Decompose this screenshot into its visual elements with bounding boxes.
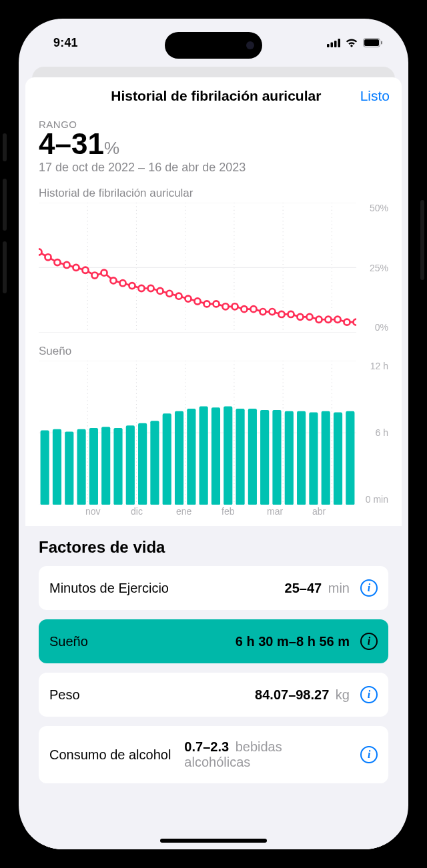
svg-rect-64 [89, 428, 98, 505]
svg-rect-1 [331, 42, 334, 47]
x-axis-labels: novdicenefebmarabr [39, 506, 388, 517]
afib-chart-title: Historial de fibrilación auricular [39, 187, 388, 200]
svg-rect-75 [224, 406, 232, 505]
svg-rect-85 [346, 411, 354, 505]
svg-rect-71 [175, 411, 183, 505]
svg-point-31 [175, 293, 181, 299]
factor-value: 6 h 30 m–8 h 56 m [236, 634, 350, 649]
info-icon[interactable]: i [360, 686, 378, 703]
svg-rect-65 [101, 427, 110, 505]
svg-point-29 [157, 288, 163, 294]
svg-point-37 [232, 303, 238, 309]
svg-rect-62 [65, 431, 73, 505]
svg-rect-66 [113, 428, 122, 505]
svg-point-48 [334, 317, 340, 323]
factor-value-wrap: 84.07–98.27 kg [255, 687, 350, 703]
factor-value: 0.7–2.3 [184, 739, 229, 754]
range-number: 4–31 [39, 127, 104, 160]
svg-point-43 [288, 311, 294, 317]
svg-point-16 [39, 249, 42, 255]
factor-value-wrap: 0.7–2.3 bebidas alcohólicas [184, 739, 350, 770]
svg-point-49 [344, 319, 350, 325]
factor-card-3[interactable]: Consumo de alcohol 0.7–2.3 bebidas alcoh… [39, 726, 388, 783]
svg-point-28 [147, 285, 153, 291]
dynamic-island [165, 32, 262, 59]
svg-rect-84 [334, 412, 342, 505]
factor-card-1[interactable]: Sueño 6 h 30 m–8 h 56 m i [39, 619, 388, 663]
svg-rect-2 [334, 41, 337, 47]
svg-point-46 [316, 317, 322, 323]
info-icon[interactable]: i [360, 579, 378, 597]
svg-rect-78 [260, 410, 269, 505]
svg-point-44 [297, 314, 303, 320]
life-factors-heading: Factores de vida [39, 538, 388, 557]
svg-rect-74 [211, 407, 220, 505]
svg-rect-76 [236, 409, 244, 505]
svg-point-19 [63, 262, 69, 268]
svg-rect-83 [322, 411, 330, 505]
factor-value-wrap: 25–47 min [285, 581, 350, 596]
svg-rect-69 [150, 421, 159, 505]
factor-value-wrap: 6 h 30 m–8 h 56 m [236, 634, 350, 649]
factor-unit: min [324, 581, 350, 595]
svg-point-18 [54, 259, 60, 265]
factor-name: Consumo de alcohol [49, 747, 171, 763]
svg-rect-61 [53, 429, 61, 505]
svg-point-22 [91, 273, 97, 279]
svg-rect-5 [364, 39, 379, 46]
svg-point-32 [185, 296, 191, 302]
range-unit: % [104, 138, 119, 158]
afib-y-axis: 50%25%0% [356, 203, 388, 333]
afib-chart[interactable]: Historial de fibrilación auricular 50%25… [39, 187, 388, 333]
factor-name: Peso [49, 687, 80, 703]
svg-point-39 [250, 306, 256, 312]
svg-point-33 [194, 299, 200, 305]
factor-name: Sueño [49, 634, 88, 649]
svg-rect-82 [309, 412, 318, 505]
date-range: 17 de oct de 2022 – 16 de abr de 2023 [39, 161, 388, 175]
svg-point-35 [213, 301, 219, 307]
svg-point-41 [269, 309, 275, 315]
nav-bar: Historial de fibrilación auricular Listo [25, 77, 402, 111]
wifi-icon [345, 38, 358, 47]
svg-point-23 [101, 270, 107, 276]
svg-rect-67 [126, 425, 135, 505]
svg-point-21 [82, 267, 88, 273]
page-title: Historial de fibrilación auricular [77, 88, 355, 104]
svg-rect-63 [77, 429, 85, 505]
svg-point-26 [129, 283, 135, 289]
svg-rect-3 [338, 39, 341, 47]
battery-icon [363, 38, 383, 47]
svg-rect-81 [297, 411, 306, 505]
svg-point-27 [138, 285, 144, 291]
info-icon[interactable]: i [360, 633, 378, 650]
svg-point-45 [306, 314, 312, 320]
done-button[interactable]: Listo [360, 88, 390, 104]
sleep-chart-title: Sueño [39, 345, 388, 358]
status-icons [327, 38, 383, 47]
svg-point-40 [260, 309, 266, 315]
svg-point-38 [241, 306, 247, 312]
svg-point-42 [278, 311, 284, 317]
svg-rect-0 [327, 44, 330, 47]
svg-rect-72 [187, 409, 195, 505]
modal-sheet: Historial de fibrilación auricular Listo… [25, 77, 402, 849]
info-icon[interactable]: i [360, 746, 378, 763]
svg-point-34 [203, 301, 209, 307]
svg-rect-79 [272, 410, 281, 505]
sleep-chart[interactable]: Sueño 12 h6 h0 min novdicenefebmarabr [39, 345, 388, 517]
home-indicator[interactable] [160, 839, 267, 843]
svg-rect-70 [163, 413, 171, 505]
status-time: 9:41 [53, 36, 78, 50]
sleep-y-axis: 12 h6 h0 min [356, 361, 388, 505]
svg-rect-73 [199, 406, 208, 505]
svg-point-25 [119, 280, 125, 286]
factor-card-0[interactable]: Minutos de Ejercicio 25–47 min i [39, 566, 388, 610]
cellular-icon [327, 39, 340, 47]
svg-point-20 [73, 265, 79, 271]
svg-point-36 [222, 303, 228, 309]
range-value: 4–31% [39, 129, 388, 159]
factor-card-2[interactable]: Peso 84.07–98.27 kg i [39, 673, 388, 717]
svg-point-47 [325, 317, 331, 323]
factor-unit: kg [332, 687, 350, 702]
